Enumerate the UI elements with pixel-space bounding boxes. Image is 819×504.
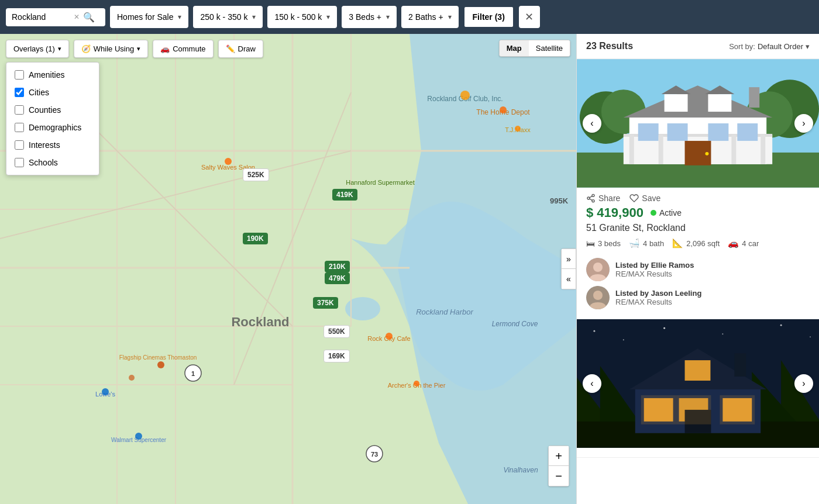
- action-group: Share Save: [586, 194, 660, 203]
- listing2-next-button[interactable]: ›: [794, 374, 813, 393]
- satellite-view-button[interactable]: Satellite: [529, 40, 570, 56]
- beds-dropdown[interactable]: 3 Beds + ▾: [342, 6, 397, 28]
- overlays-button[interactable]: Overlays (1) ▾: [6, 40, 69, 58]
- agent-1-info: Listed by Ellie Ramos RE/MAX Results: [615, 261, 694, 278]
- map-satellite-toggle: Map Satellite: [499, 40, 570, 57]
- search-box: ✕ 🔍: [6, 8, 105, 26]
- svg-point-37: [386, 333, 393, 340]
- price-range-2-dropdown[interactable]: 150 k - 500 k ▾: [267, 6, 337, 28]
- counties-checkbox[interactable]: [15, 105, 24, 115]
- amenities-checkbox[interactable]: [15, 70, 24, 80]
- listing-details-1: 🛏 3 beds 🛁 4 bath 📐 2,096 sqft 🚗 4 car: [577, 238, 819, 253]
- price-range-1-dropdown[interactable]: 250 k - 350 k ▾: [193, 6, 263, 28]
- clear-search-icon[interactable]: ✕: [74, 13, 80, 21]
- overlay-counties[interactable]: Counties: [6, 101, 99, 119]
- overlay-cities[interactable]: Cities: [6, 84, 99, 101]
- svg-point-42: [129, 375, 135, 381]
- listing-next-button[interactable]: ›: [794, 114, 813, 133]
- svg-point-83: [780, 325, 782, 326]
- price-marker-479k[interactable]: 479K: [325, 272, 350, 284]
- agent-1-name: Listed by Ellie Ramos: [615, 261, 694, 270]
- baths-dropdown[interactable]: 2 Baths + ▾: [401, 6, 459, 28]
- close-search-button[interactable]: ✕: [519, 6, 540, 28]
- price-marker-375k[interactable]: 375K: [313, 297, 338, 309]
- expand-map-button[interactable]: »: [562, 249, 576, 269]
- svg-point-79: [593, 330, 595, 332]
- agent-1-company: RE/MAX Results: [615, 270, 694, 278]
- interests-checkbox[interactable]: [15, 140, 24, 150]
- bath-icon: 🛁: [629, 238, 640, 248]
- svg-point-69: [592, 194, 594, 196]
- listing-price-1: $ 419,900 Active: [577, 205, 819, 223]
- collapse-map-button[interactable]: «: [562, 269, 576, 289]
- demographics-checkbox[interactable]: [15, 123, 24, 132]
- while-using-button[interactable]: 🧭 While Using ▾: [74, 40, 148, 58]
- price-value: $ 419,900: [586, 205, 644, 220]
- listing-prev-button[interactable]: ‹: [583, 114, 601, 133]
- filter-button[interactable]: Filter (3): [463, 6, 514, 28]
- sort-button[interactable]: Sort by: Default Order ▾: [729, 42, 810, 51]
- svg-line-72: [590, 199, 593, 201]
- svg-text:995K: 995K: [550, 196, 569, 205]
- save-button[interactable]: Save: [629, 194, 660, 203]
- price-marker-525k[interactable]: 525K: [243, 168, 269, 181]
- svg-text:Rockland Harbor: Rockland Harbor: [416, 308, 473, 316]
- car-detail: 🚗 4 car: [728, 238, 759, 248]
- price-marker-210k[interactable]: 210K: [325, 261, 350, 272]
- commute-button[interactable]: 🚗 Commute: [153, 40, 213, 58]
- bath-detail: 🛁 4 bath: [629, 238, 664, 248]
- price-marker-419k[interactable]: 419K: [332, 189, 357, 201]
- svg-point-82: [722, 333, 723, 334]
- svg-point-75: [593, 263, 603, 272]
- price-marker-169k[interactable]: 169K: [324, 350, 350, 363]
- property-type-dropdown[interactable]: Homes for Sale ▾: [110, 6, 188, 28]
- map-view-button[interactable]: Map: [500, 40, 529, 56]
- listing-image-2[interactable]: ‹ ›: [577, 319, 819, 448]
- svg-text:Vinalhaven: Vinalhaven: [503, 466, 538, 474]
- zoom-out-button[interactable]: −: [549, 466, 569, 486]
- draw-button[interactable]: ✏️ Draw: [218, 40, 263, 58]
- listing2-prev-button[interactable]: ‹: [583, 374, 601, 393]
- map-toolbar: Overlays (1) ▾ 🧭 While Using ▾ 🚗 Commute…: [6, 40, 263, 58]
- svg-rect-59: [667, 123, 688, 141]
- listing-image-1[interactable]: ‹ ›: [577, 59, 819, 188]
- sqft-detail: 📐 2,096 sqft: [672, 238, 720, 248]
- cities-checkbox[interactable]: [15, 88, 24, 97]
- agent-1-avatar: [586, 258, 610, 281]
- agent-2-info: Listed by Jason Leeling RE/MAX Results: [615, 289, 701, 306]
- heart-icon: [629, 194, 639, 203]
- agent-2-name: Listed by Jason Leeling: [615, 289, 701, 298]
- overlay-schools[interactable]: Schools: [6, 154, 99, 171]
- overlay-demographics[interactable]: Demographics: [6, 119, 99, 136]
- svg-rect-68: [749, 87, 759, 108]
- svg-point-35: [515, 126, 521, 132]
- chevron-down-icon: ▾: [58, 45, 61, 53]
- svg-point-39: [102, 388, 109, 395]
- svg-point-33: [460, 91, 470, 100]
- agent-row-1: Listed by Ellie Ramos RE/MAX Results: [586, 258, 810, 281]
- svg-point-36: [225, 158, 232, 165]
- chevron-down-icon: ▾: [448, 13, 452, 21]
- map-container: Overlays (1) ▾ 🧭 While Using ▾ 🚗 Commute…: [0, 34, 576, 504]
- svg-line-73: [590, 196, 593, 198]
- bed-icon: 🛏: [586, 239, 595, 248]
- chevron-down-icon: ▾: [326, 13, 330, 21]
- svg-text:Hannaford Supermarket: Hannaford Supermarket: [346, 179, 414, 186]
- map-expand-collapse: » «: [561, 248, 576, 289]
- main-content: Overlays (1) ▾ 🧭 While Using ▾ 🚗 Commute…: [0, 34, 819, 504]
- svg-rect-60: [708, 123, 728, 141]
- search-input[interactable]: [12, 12, 70, 22]
- svg-rect-64: [629, 135, 634, 164]
- overlay-dropdown: Amenities Cities Counties Demographics I…: [6, 62, 99, 175]
- share-button[interactable]: Share: [586, 194, 620, 203]
- zoom-in-button[interactable]: +: [549, 446, 569, 466]
- listing-card-1: ‹ › Share Save $ 419,900: [577, 59, 819, 319]
- search-icon[interactable]: 🔍: [83, 12, 95, 23]
- svg-rect-56: [708, 94, 731, 112]
- draw-icon: ✏️: [226, 44, 235, 53]
- price-marker-550k[interactable]: 550K: [324, 325, 350, 338]
- price-marker-190k[interactable]: 190K: [243, 233, 268, 244]
- schools-checkbox[interactable]: [15, 158, 24, 167]
- overlay-interests[interactable]: Interests: [6, 136, 99, 154]
- overlay-amenities[interactable]: Amenities: [6, 66, 99, 84]
